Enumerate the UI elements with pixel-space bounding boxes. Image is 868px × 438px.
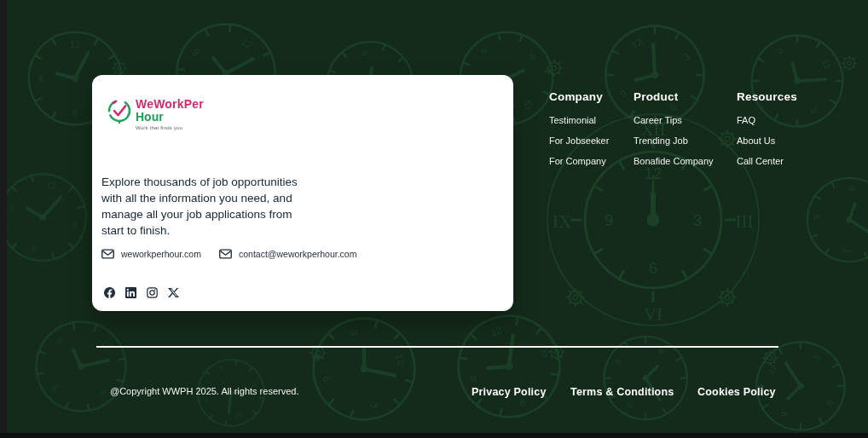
- svg-text:VI: VI: [644, 304, 663, 325]
- watermark-clock: [0, 164, 95, 270]
- watermark-large-clock: 12369 XIIIIIVIIX: [479, 114, 759, 326]
- privacy-policy-link[interactable]: Privacy Policy: [472, 386, 547, 398]
- brand-name-line1: WeWorkPer: [136, 98, 204, 110]
- cookies-policy-link[interactable]: Cookies Policy: [697, 386, 776, 398]
- nav-link-for-jobseeker[interactable]: For Jobseeker: [549, 136, 609, 146]
- linkedin-button[interactable]: [124, 286, 136, 298]
- x-button[interactable]: [167, 286, 179, 298]
- envelope-icon: [219, 249, 232, 259]
- column-links: Career Tips Trending Job Bonafide Compan…: [634, 116, 714, 166]
- svg-text:3: 3: [693, 211, 703, 229]
- svg-text:6: 6: [649, 259, 658, 277]
- envelope-icon: [101, 249, 114, 259]
- terms-conditions-link[interactable]: Terms & Conditions: [570, 386, 674, 398]
- watermark-clock: [804, 175, 868, 265]
- column-title: Product: [634, 90, 714, 103]
- nav-link-bonafide-company[interactable]: Bonafide Company: [634, 157, 714, 166]
- brand-card: WeWorkPer Hour Work that finds you Explo…: [92, 75, 513, 311]
- column-links: Testimonial For Jobseeker For Company: [549, 116, 609, 166]
- column-title: Resources: [737, 90, 797, 103]
- watermark-clock: [740, 326, 860, 438]
- brand-description: Explore thousands of job opportunities w…: [101, 174, 308, 239]
- brand-tagline: Work that finds you: [136, 125, 204, 130]
- nav-link-for-company[interactable]: For Company: [549, 157, 609, 166]
- brand-wordmark: WeWorkPer Hour Work that finds you: [136, 98, 204, 130]
- brand-name-line2: Hour: [136, 111, 204, 123]
- nav-link-call-center[interactable]: Call Center: [737, 157, 797, 166]
- email-row: weworkperhour.com contact@weworkperhour.…: [101, 249, 356, 259]
- linkedin-icon: [125, 287, 136, 298]
- nav-column-product: Product Career Tips Trending Job Bonafid…: [634, 90, 714, 166]
- nav-link-trending-job[interactable]: Trending Job: [634, 136, 714, 146]
- x-icon: [168, 287, 179, 298]
- watermark-gear-icon: [546, 60, 563, 77]
- watermark-gear-icon: [762, 350, 778, 366]
- footer-section: 12 3 6 9: [0, 0, 868, 438]
- email-label: contact@weworkperhour.com: [239, 249, 356, 259]
- facebook-button[interactable]: [103, 286, 115, 298]
- nav-link-about-us[interactable]: About Us: [737, 136, 797, 146]
- watermark-clock: [444, 302, 574, 431]
- copyright-text: @Copyright WWPH 2025. All rights reserve…: [110, 386, 298, 396]
- nav-column-resources: Resources FAQ About Us Call Center: [737, 90, 797, 166]
- svg-text:III: III: [736, 211, 754, 232]
- left-edge-strip: [0, 0, 7, 438]
- column-title: Company: [549, 90, 609, 103]
- facebook-icon: [104, 287, 115, 298]
- watermark-gear-icon: [842, 55, 857, 71]
- email-link-contact[interactable]: contact@weworkperhour.com: [219, 249, 356, 259]
- watermark-clock: [302, 307, 425, 430]
- nav-link-testimonial[interactable]: Testimonial: [549, 116, 609, 125]
- nav-column-company: Company Testimonial For Jobseeker For Co…: [549, 90, 609, 166]
- email-link-domain[interactable]: weworkperhour.com: [101, 249, 201, 259]
- svg-text:9: 9: [605, 211, 614, 229]
- clock-check-icon: [107, 98, 132, 124]
- watermark-clock: [589, 321, 703, 435]
- brand-logo[interactable]: WeWorkPer Hour Work that finds you: [107, 98, 204, 130]
- watermark-clock: [18, 303, 144, 429]
- nav-link-faq[interactable]: FAQ: [737, 116, 797, 125]
- nav-link-career-tips[interactable]: Career Tips: [634, 116, 714, 125]
- bottom-edge-strip: [0, 433, 868, 438]
- footer-divider: [96, 346, 778, 348]
- instagram-button[interactable]: [146, 286, 158, 298]
- svg-text:IX: IX: [553, 211, 571, 232]
- social-row: [103, 286, 179, 298]
- column-links: FAQ About Us Call Center: [737, 116, 797, 166]
- email-label: weworkperhour.com: [121, 249, 201, 259]
- instagram-icon: [147, 287, 158, 298]
